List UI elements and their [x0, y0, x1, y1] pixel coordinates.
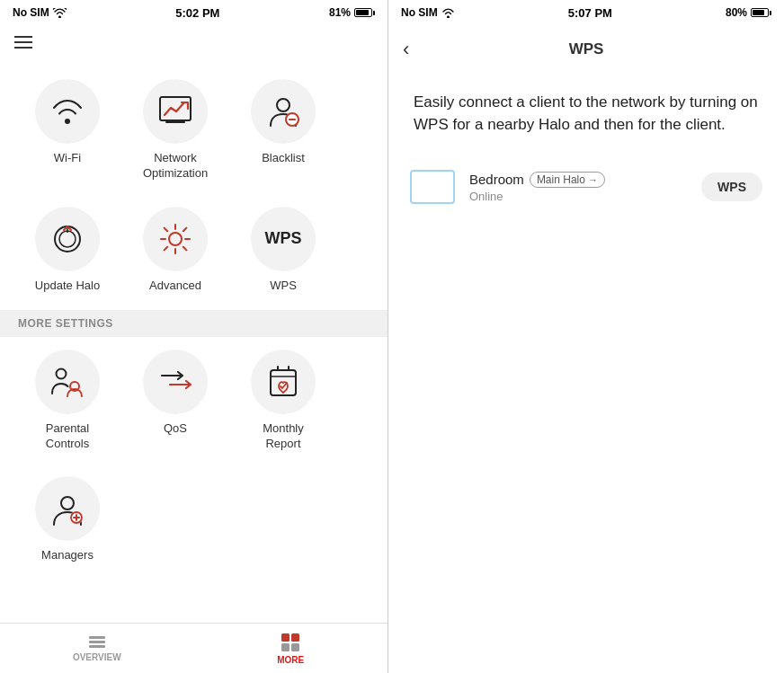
monthly-report-icon-circle [251, 350, 316, 414]
update-halo-icon-circle [35, 207, 100, 271]
wifi-icon [50, 98, 85, 125]
blacklist-icon-circle [251, 79, 316, 144]
wifi-signal-right-icon [441, 8, 455, 18]
back-button[interactable]: ‹ [403, 34, 416, 65]
parental-controls-icon-circle [35, 350, 100, 414]
more-settings-label: MORE SETTINGS [0, 310, 388, 337]
device-row: Bedroom Main Halo → Online WPS [388, 157, 784, 217]
update-halo-icon [49, 221, 85, 257]
right-status-bar: No SIM 5:07 PM 80% [388, 0, 784, 25]
svg-rect-27 [281, 633, 290, 642]
svg-point-19 [61, 497, 74, 509]
device-name-row: Bedroom Main Halo → [469, 172, 687, 188]
wps-header: ‹ WPS [388, 25, 784, 74]
device-status: Online [469, 190, 687, 203]
bottom-nav: OVERVIEW MORE [0, 623, 388, 673]
device-info: Bedroom Main Halo → Online [469, 172, 687, 203]
more-icon [281, 633, 300, 652]
blacklist-item[interactable]: Blacklist [234, 75, 333, 185]
svg-point-0 [65, 119, 70, 124]
managers-item[interactable]: Managers [18, 473, 117, 567]
svg-point-10 [169, 233, 182, 245]
managers-icon-circle [35, 476, 100, 541]
nav-more[interactable]: MORE [194, 624, 388, 673]
main-scroll: Wi-Fi NetworkOptimization [0, 59, 388, 623]
svg-point-8 [59, 231, 76, 247]
wifi-label: Wi-Fi [54, 151, 81, 166]
svg-rect-28 [291, 633, 299, 642]
svg-rect-29 [281, 643, 290, 651]
icon-grid-row2: Update Halo Advanced WPS WPS [0, 194, 388, 306]
network-optimization-label: NetworkOptimization [143, 151, 208, 182]
left-phone: No SIM 5:02 PM 81% [0, 0, 388, 673]
monthly-report-label: MonthlyReport [263, 421, 304, 452]
svg-point-11 [57, 368, 67, 378]
wps-text-icon: WPS [264, 229, 301, 248]
qos-icon [157, 367, 193, 397]
time-left: 5:02 PM [175, 6, 219, 20]
nav-overview[interactable]: OVERVIEW [0, 624, 194, 673]
battery-icon-left [354, 8, 375, 17]
advanced-icon-circle [143, 207, 208, 271]
managers-label: Managers [41, 548, 94, 563]
right-phone: No SIM 5:07 PM 80% ‹ WPS Easily connect … [388, 0, 784, 673]
main-halo-badge: Main Halo → [530, 172, 605, 188]
svg-point-4 [277, 99, 290, 111]
device-icon [410, 170, 455, 204]
wifi-menu-item[interactable]: Wi-Fi [18, 75, 117, 185]
wifi-icon-circle [35, 79, 100, 144]
update-halo-label: Update Halo [35, 279, 100, 294]
parental-controls-item[interactable]: ParentalControls [18, 346, 117, 456]
arrow-icon: → [588, 174, 598, 185]
svg-rect-1 [160, 97, 191, 120]
no-sim-right: No SIM [401, 6, 438, 19]
time-right: 5:07 PM [568, 6, 612, 20]
device-name-label: Bedroom [469, 172, 524, 187]
network-optimization-icon-circle [143, 79, 208, 144]
svg-rect-30 [291, 643, 299, 651]
overview-icon [88, 635, 106, 650]
icon-grid-row1: Wi-Fi NetworkOptimization [0, 66, 388, 194]
svg-rect-26 [89, 645, 105, 648]
overview-label: OVERVIEW [73, 652, 121, 662]
wps-icon-circle: WPS [251, 207, 316, 271]
wps-title: WPS [569, 40, 604, 58]
qos-item[interactable]: QoS [126, 346, 225, 456]
icon-grid-row4: Managers [0, 464, 388, 576]
battery-pct-right: 80% [726, 6, 747, 19]
hamburger-menu[interactable] [0, 25, 388, 59]
network-optimization-item[interactable]: NetworkOptimization [126, 75, 225, 185]
battery-pct-left: 81% [329, 6, 351, 19]
blacklist-icon [266, 94, 300, 128]
qos-label: QoS [164, 421, 187, 437]
blacklist-label: Blacklist [262, 151, 305, 166]
left-status-bar: No SIM 5:02 PM 81% [0, 0, 388, 25]
update-halo-item[interactable]: Update Halo [18, 203, 117, 297]
advanced-item[interactable]: Advanced [126, 203, 225, 297]
svg-rect-25 [89, 641, 105, 643]
no-sim-label: No SIM [13, 6, 49, 19]
wps-description: Easily connect a client to the network b… [388, 74, 784, 157]
managers-icon [49, 491, 85, 527]
parental-controls-label: ParentalControls [46, 421, 89, 452]
more-label: MORE [277, 655, 304, 665]
wifi-signal-icon [53, 8, 67, 18]
wps-action-button[interactable]: WPS [701, 173, 762, 201]
monthly-report-item[interactable]: MonthlyReport [234, 346, 333, 456]
advanced-icon [157, 221, 193, 257]
icon-grid-row3: ParentalControls QoS [0, 337, 388, 465]
qos-icon-circle [143, 350, 208, 414]
svg-rect-24 [89, 636, 105, 639]
wps-label: WPS [270, 279, 297, 294]
battery-icon-right [751, 8, 771, 17]
advanced-label: Advanced [149, 279, 201, 294]
wps-item[interactable]: WPS WPS [234, 203, 333, 297]
parental-controls-icon [49, 365, 86, 399]
network-optimization-icon [157, 95, 193, 128]
monthly-report-icon [266, 365, 300, 399]
